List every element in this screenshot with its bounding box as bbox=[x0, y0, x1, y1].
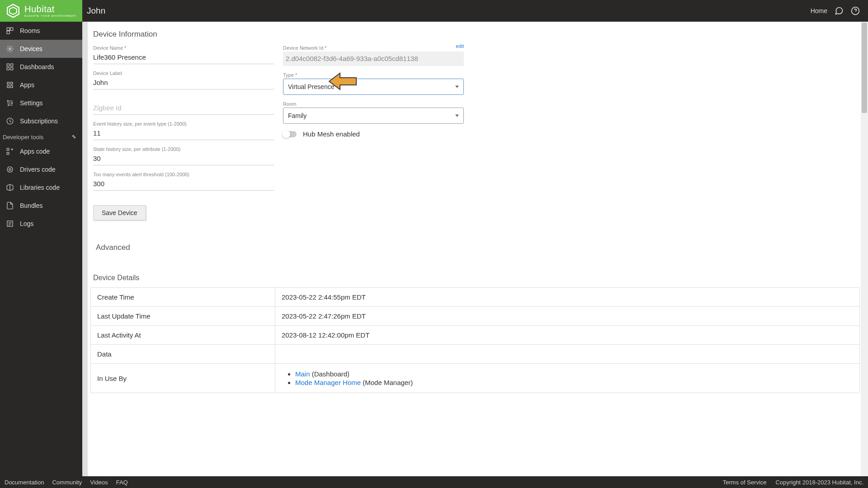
settings-icon bbox=[5, 99, 14, 108]
detail-label: Data bbox=[91, 345, 275, 364]
footer-link-faq[interactable]: FAQ bbox=[116, 479, 128, 486]
svg-rect-5 bbox=[10, 28, 13, 30]
in-use-link[interactable]: Home bbox=[343, 379, 361, 386]
too-many-input[interactable] bbox=[93, 178, 274, 191]
svg-rect-6 bbox=[7, 31, 9, 34]
sidebar-item-label: Bundles bbox=[20, 202, 43, 209]
scrollbar-thumb[interactable] bbox=[862, 23, 867, 113]
logo[interactable]: Hubitat ELEVATE YOUR ENVIRONMENT bbox=[0, 0, 82, 22]
sidebar-item-apps-code[interactable]: Apps code bbox=[0, 142, 82, 160]
sidebar-item-label: Dashboards bbox=[20, 63, 54, 70]
hub-mesh-label: Hub Mesh enabled bbox=[303, 130, 360, 138]
type-value: Virtual Presence bbox=[288, 83, 334, 90]
footer-link-documentation[interactable]: Documentation bbox=[5, 479, 44, 486]
detail-value: Main (Dashboard) Mode Manager Home (Mode… bbox=[275, 364, 860, 393]
sidebar-item-label: Apps code bbox=[20, 148, 50, 155]
sidebar-section-dev: Developer tools bbox=[0, 130, 82, 142]
sidebar: Rooms Devices Dashboards Apps Settings S… bbox=[0, 22, 82, 476]
svg-point-7 bbox=[9, 48, 11, 50]
chevron-down-icon bbox=[455, 115, 459, 117]
device-details-title: Device Details bbox=[90, 266, 860, 287]
sidebar-item-rooms[interactable]: Rooms bbox=[0, 22, 82, 40]
footer: Documentation Community Videos FAQ Terms… bbox=[0, 476, 868, 488]
sidebar-item-logs[interactable]: Logs bbox=[0, 215, 82, 233]
too-many-label: Too many events alert threshold (100-200… bbox=[93, 172, 274, 177]
chat-icon[interactable] bbox=[835, 6, 844, 15]
libraries-code-icon bbox=[5, 183, 14, 192]
svg-marker-1 bbox=[9, 7, 17, 14]
detail-value: 2023-05-22 2:44:55pm EDT bbox=[275, 288, 860, 307]
footer-link-videos[interactable]: Videos bbox=[90, 479, 108, 486]
sidebar-item-label: Drivers code bbox=[20, 166, 56, 173]
collapse-icon[interactable] bbox=[71, 134, 77, 141]
sidebar-item-libraries-code[interactable]: Libraries code bbox=[0, 178, 82, 197]
footer-link-terms[interactable]: Terms of Service bbox=[723, 479, 767, 486]
sidebar-item-subscriptions[interactable]: Subscriptions bbox=[0, 112, 82, 130]
detail-label: Last Update Time bbox=[91, 307, 275, 326]
list-item: Main (Dashboard) bbox=[295, 370, 853, 378]
svg-rect-9 bbox=[11, 64, 13, 66]
advanced-title[interactable]: Advanced bbox=[88, 221, 863, 266]
chevron-down-icon bbox=[455, 86, 459, 88]
detail-label: In Use By bbox=[91, 364, 275, 393]
svg-rect-4 bbox=[7, 28, 9, 30]
logo-text: Hubitat bbox=[24, 5, 76, 14]
logo-subtext: ELEVATE YOUR ENVIRONMENT bbox=[24, 14, 76, 17]
type-label: Type * bbox=[283, 72, 464, 78]
help-icon[interactable] bbox=[851, 6, 860, 15]
scrollbar[interactable] bbox=[861, 22, 868, 476]
footer-copyright: Copyright 2018-2023 Hubitat, Inc. bbox=[776, 479, 863, 486]
footer-link-community[interactable]: Community bbox=[52, 479, 82, 486]
in-use-link[interactable]: Mode Manager bbox=[295, 379, 341, 386]
logs-icon bbox=[5, 219, 14, 228]
state-history-input[interactable] bbox=[93, 153, 274, 165]
sidebar-item-label: Libraries code bbox=[20, 184, 60, 191]
type-select[interactable]: Virtual Presence bbox=[283, 79, 464, 95]
edit-link[interactable]: edit bbox=[456, 43, 464, 49]
apps-code-icon bbox=[5, 147, 14, 156]
svg-rect-14 bbox=[7, 86, 9, 88]
apps-icon bbox=[5, 80, 14, 89]
svg-rect-13 bbox=[11, 82, 13, 84]
table-row: Last Update Time 2023-05-22 2:47:26pm ED… bbox=[91, 307, 860, 326]
sidebar-item-devices[interactable]: Devices bbox=[0, 40, 82, 58]
sidebar-item-drivers-code[interactable]: Drivers code bbox=[0, 160, 82, 178]
sidebar-item-settings[interactable]: Settings bbox=[0, 94, 82, 112]
detail-value bbox=[275, 345, 860, 364]
sidebar-item-dashboards[interactable]: Dashboards bbox=[0, 58, 82, 76]
hub-mesh-toggle[interactable] bbox=[283, 131, 297, 137]
logo-icon bbox=[5, 3, 21, 19]
state-history-label: State history size, per attribute (1-200… bbox=[93, 146, 274, 152]
sidebar-item-label: Settings bbox=[20, 99, 43, 107]
device-name-input[interactable] bbox=[93, 52, 274, 64]
top-header: Hubitat ELEVATE YOUR ENVIRONMENT John Ho… bbox=[0, 0, 868, 22]
subscriptions-icon bbox=[5, 117, 14, 126]
sidebar-item-label: Rooms bbox=[20, 27, 40, 34]
sidebar-item-label: Logs bbox=[20, 220, 33, 227]
toggle-knob bbox=[282, 130, 290, 138]
event-history-input[interactable] bbox=[93, 127, 274, 140]
save-button[interactable]: Save Device bbox=[93, 205, 146, 221]
table-row: Last Activity At 2023-08-12 12:42:00pm E… bbox=[91, 326, 860, 345]
device-info-title: Device Information bbox=[88, 22, 863, 45]
svg-rect-10 bbox=[7, 68, 9, 70]
home-link[interactable]: Home bbox=[811, 7, 827, 14]
network-id-label: Device Network Id * bbox=[283, 45, 464, 51]
sidebar-item-label: Apps bbox=[20, 81, 34, 89]
sidebar-item-apps[interactable]: Apps bbox=[0, 76, 82, 94]
sidebar-item-label: Subscriptions bbox=[20, 117, 58, 125]
device-label-input[interactable] bbox=[93, 77, 274, 89]
detail-label: Create Time bbox=[91, 288, 275, 307]
svg-rect-11 bbox=[11, 68, 13, 70]
svg-rect-15 bbox=[11, 86, 13, 88]
table-row: Create Time 2023-05-22 2:44:55pm EDT bbox=[91, 288, 860, 307]
device-name-label: Device Name * bbox=[93, 45, 274, 51]
device-label-label: Device Label bbox=[93, 70, 274, 76]
in-use-link[interactable]: Main bbox=[295, 370, 310, 378]
zigbee-id-input[interactable] bbox=[93, 102, 274, 115]
room-value: Family bbox=[288, 112, 307, 119]
room-select[interactable]: Family bbox=[283, 108, 464, 124]
dashboards-icon bbox=[5, 62, 14, 71]
sidebar-item-bundles[interactable]: Bundles bbox=[0, 197, 82, 215]
event-history-label: Event history size, per event type (1-20… bbox=[93, 121, 274, 127]
